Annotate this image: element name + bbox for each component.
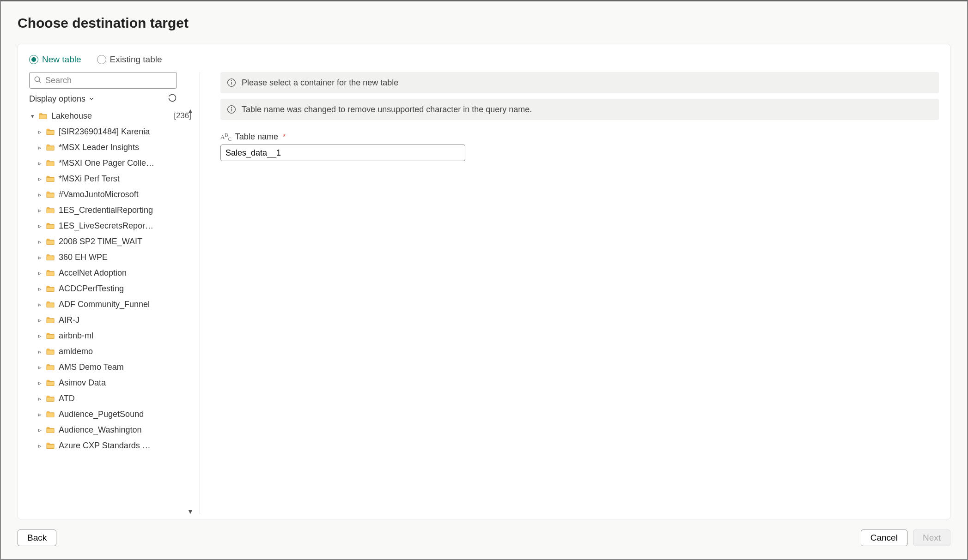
cancel-button[interactable]: Cancel [861, 530, 907, 546]
caret-right-icon: ▹ [37, 364, 42, 371]
tree-item[interactable]: ▹#VamoJuntoMicrosoft [29, 187, 193, 202]
tree-item[interactable]: ▹ACDCPerfTesting [29, 281, 193, 296]
radio-icon [97, 55, 106, 64]
radio-icon [29, 55, 38, 64]
tree-item-label: ADF Community_Funnel [59, 300, 150, 309]
refresh-button[interactable] [168, 93, 177, 104]
caret-right-icon: ▹ [37, 270, 42, 277]
tree-item[interactable]: ▹[SIR236901484] Karenia [29, 124, 193, 139]
alert-text: Table name was changed to remove unsuppo… [242, 105, 532, 114]
search-input[interactable] [29, 72, 177, 89]
radio-new-table[interactable]: New table [29, 54, 81, 65]
chevron-down-icon [88, 96, 95, 102]
back-button[interactable]: Back [18, 530, 56, 546]
table-name-label: Table name [235, 132, 278, 142]
tree-item[interactable]: ▹airbnb-ml [29, 328, 193, 343]
tree-item[interactable]: ▹Asimov Data [29, 375, 193, 391]
svg-point-4 [231, 80, 232, 81]
tree-item-label: Azure CXP Standards PROD [59, 441, 156, 451]
required-indicator: * [283, 133, 286, 141]
caret-right-icon: ▹ [37, 317, 42, 324]
tree-item[interactable]: ▹amldemo [29, 343, 193, 359]
tree-item-label: *MSXi Perf Terst [59, 174, 120, 184]
tree-root-label: Lakehouse [51, 111, 92, 121]
tree-item[interactable]: ▹*MSXI One Pager Collecti... [29, 155, 193, 171]
caret-right-icon: ▹ [37, 442, 42, 449]
tree-item[interactable]: ▹*MSX Leader Insights [29, 139, 193, 155]
caret-right-icon: ▹ [37, 301, 42, 308]
caret-right-icon: ▹ [37, 175, 42, 182]
tree-item[interactable]: ▹Azure CXP Standards PROD [29, 438, 193, 453]
table-name-input[interactable] [220, 145, 465, 161]
tree-item[interactable]: ▹*MSXi Perf Terst [29, 171, 193, 187]
tree-item[interactable]: ▹360 EH WPE [29, 249, 193, 265]
tree-item-label: ACDCPerfTesting [59, 284, 124, 294]
tree-item-label: *MSXI One Pager Collecti... [59, 158, 156, 168]
navigation-pane: Display options ▲ ▾Lakehouse[236]▹[SIR23… [29, 72, 200, 514]
next-button: Next [913, 530, 950, 546]
tree-item-label: Audience_PugetSound [59, 409, 144, 419]
tree-item-label: 1ES_LiveSecretsReporting [59, 221, 156, 231]
main-panel: New table Existing table Display options [18, 44, 950, 519]
tree-item-label: AccelNet Adoption [59, 268, 127, 278]
tree-item[interactable]: ▹2008 SP2 TIME_WAIT [29, 234, 193, 249]
caret-down-icon: ▾ [30, 113, 35, 120]
tree-item-label: 2008 SP2 TIME_WAIT [59, 237, 142, 247]
tree-item-label: AMS Demo Team [59, 362, 124, 372]
svg-line-1 [39, 81, 41, 83]
tree-item[interactable]: ▹AMS Demo Team [29, 359, 193, 375]
search-icon [34, 76, 42, 86]
tree-item[interactable]: ▹Audience_Washington [29, 422, 193, 438]
dialog-footer: Back Cancel Next [18, 519, 950, 546]
caret-right-icon: ▹ [37, 411, 42, 418]
alert-text: Please select a container for the new ta… [242, 78, 398, 88]
caret-right-icon: ▹ [37, 285, 42, 292]
radio-existing-table[interactable]: Existing table [97, 54, 162, 65]
tree-item[interactable]: ▹1ES_CredentialReporting [29, 202, 193, 218]
page-title: Choose destination target [18, 15, 950, 31]
tree-item[interactable]: ▹Audience_PugetSound [29, 406, 193, 422]
info-banner-name-changed: Table name was changed to remove unsuppo… [220, 99, 939, 120]
tree-item-label: Audience_Washington [59, 425, 141, 435]
tree-item-label: #VamoJuntoMicrosoft [59, 190, 139, 199]
refresh-icon [168, 93, 177, 102]
svg-point-0 [35, 77, 40, 82]
caret-right-icon: ▹ [37, 332, 42, 339]
folder-tree[interactable]: ▾Lakehouse[236]▹[SIR236901484] Karenia▹*… [29, 108, 193, 514]
tree-item-label: 360 EH WPE [59, 253, 108, 262]
caret-right-icon: ▹ [37, 238, 42, 245]
caret-right-icon: ▹ [37, 348, 42, 355]
caret-right-icon: ▹ [37, 144, 42, 151]
caret-right-icon: ▹ [37, 207, 42, 214]
tree-item-label: AIR-J [59, 315, 79, 325]
tree-item-label: Asimov Data [59, 378, 106, 388]
scroll-up-arrow-icon[interactable]: ▲ [187, 108, 193, 114]
tree-root-item[interactable]: ▾Lakehouse[236] [29, 108, 193, 124]
display-options-label: Display options [29, 94, 85, 104]
tree-item-label: ATD [59, 394, 75, 403]
caret-right-icon: ▹ [37, 395, 42, 402]
tree-item[interactable]: ▹ADF Community_Funnel [29, 296, 193, 312]
info-icon [227, 105, 236, 114]
tree-item-label: 1ES_CredentialReporting [59, 205, 153, 215]
caret-right-icon: ▹ [37, 223, 42, 229]
caret-right-icon: ▹ [37, 128, 42, 135]
text-type-icon: ABC [220, 132, 231, 142]
caret-right-icon: ▹ [37, 379, 42, 386]
scroll-down-arrow-icon[interactable]: ▼ [187, 508, 193, 514]
caret-right-icon: ▹ [37, 191, 42, 198]
tree-item[interactable]: ▹AccelNet Adoption [29, 265, 193, 281]
tree-item[interactable]: ▹ATD [29, 391, 193, 406]
tree-item[interactable]: ▹AIR-J [29, 312, 193, 328]
display-options-dropdown[interactable]: Display options [29, 94, 95, 104]
caret-right-icon: ▹ [37, 160, 42, 167]
tree-item-label: *MSX Leader Insights [59, 143, 139, 152]
radio-label: Existing table [110, 54, 162, 65]
table-mode-radio-group: New table Existing table [18, 44, 950, 72]
svg-point-7 [231, 107, 232, 108]
tree-item[interactable]: ▹1ES_LiveSecretsReporting [29, 218, 193, 234]
tree-item-label: amldemo [59, 347, 93, 356]
details-pane: Please select a container for the new ta… [200, 72, 939, 514]
tree-item-label: [SIR236901484] Karenia [59, 127, 150, 137]
info-banner-select-container: Please select a container for the new ta… [220, 72, 939, 93]
